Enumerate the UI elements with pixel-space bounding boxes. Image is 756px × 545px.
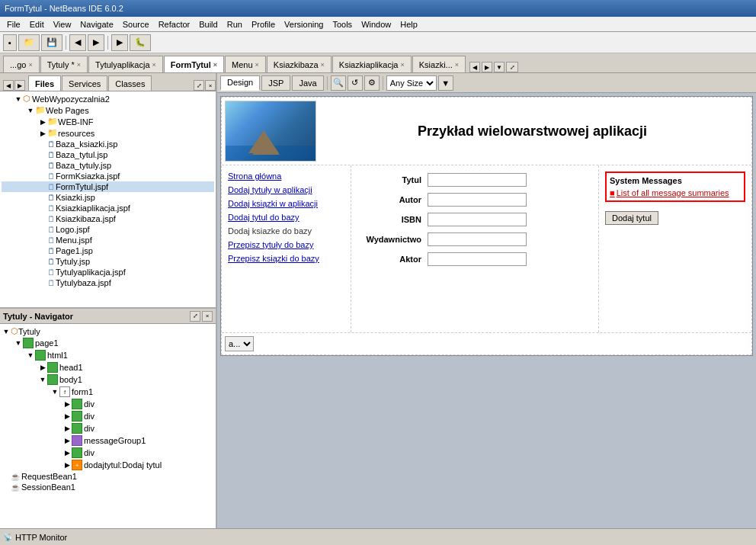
- menu-source[interactable]: Source: [119, 19, 153, 30]
- sidebar-link-przepisz-tytuly[interactable]: Przepisz tytuły do bazy: [228, 240, 344, 249]
- nav-node-tytuly[interactable]: ▼ ⬡ Tytuly: [2, 325, 214, 337]
- nav-expand-div1[interactable]: ▶: [62, 400, 72, 408]
- tree-node-page1[interactable]: ▶ 🗒 Page1.jsp: [2, 245, 214, 256]
- tab-ksiazki-more-close[interactable]: ×: [455, 61, 459, 69]
- input-autor[interactable]: [428, 193, 527, 207]
- app-dropdown[interactable]: a...: [225, 336, 254, 351]
- tree-node-webinf[interactable]: ▶ 📁 WEB-INF: [2, 116, 214, 127]
- nav-expand-body1[interactable]: ▼: [38, 376, 47, 383]
- nav-expand-messagegroup1[interactable]: ▶: [62, 437, 72, 444]
- tree-node-ksiazkibaza[interactable]: ▶ 🗒 Ksiazkibaza.jspf: [2, 213, 214, 224]
- design-icon-1[interactable]: 🔍: [331, 75, 346, 91]
- tree-node-ksiazki[interactable]: ▶ 🗒 Ksiazki.jsp: [2, 192, 214, 203]
- panel-maximize[interactable]: ⤢: [194, 80, 204, 91]
- nav-node-page1[interactable]: ▼ page1: [2, 337, 214, 349]
- tab-menu-close[interactable]: ×: [255, 61, 259, 69]
- tab-go[interactable]: ...go ×: [3, 56, 40, 72]
- expand-project[interactable]: ▼: [14, 95, 23, 103]
- tree-node-formtytul[interactable]: ▶ 🗒 FormTytul.jspf: [2, 181, 214, 192]
- menu-view[interactable]: View: [50, 19, 75, 30]
- expand-resources[interactable]: ▶: [38, 130, 47, 137]
- tab-ksiazkiaplikacja-close[interactable]: ×: [400, 61, 404, 69]
- panel-tab-services[interactable]: Services: [62, 75, 107, 91]
- sidebar-link-dodaj-ksiazki-app[interactable]: Dodaj ksiązki w aplikacji: [228, 199, 344, 208]
- nav-expand-div4[interactable]: ▶: [62, 449, 72, 457]
- tab-formtytul[interactable]: FormTytul ×: [164, 56, 224, 72]
- nav-expand-form1[interactable]: ▼: [50, 388, 59, 396]
- tree-node-baza-tytuly[interactable]: ▶ 🗒 Baza_tytuly.jsp: [2, 160, 214, 171]
- nav-node-form1[interactable]: ▼ f form1: [2, 386, 214, 398]
- input-tytul[interactable]: [428, 173, 527, 187]
- add-tytul-btn[interactable]: Dodaj tytul: [605, 211, 658, 225]
- nav-expand-head1[interactable]: ▶: [38, 364, 47, 371]
- menu-run[interactable]: Run: [223, 19, 246, 30]
- toolbar-run-btn[interactable]: ▶: [111, 34, 128, 51]
- tree-node-project[interactable]: ▼ ⬡ WebWypozyczalnia2: [2, 93, 214, 104]
- tab-nav-right[interactable]: ▶: [482, 62, 492, 72]
- menu-tools[interactable]: Tools: [328, 19, 356, 30]
- tab-maximize[interactable]: ⤢: [506, 62, 518, 72]
- input-aktor[interactable]: [428, 252, 527, 266]
- tab-ksiazkiaplikacja[interactable]: Ksiazkiaplikacja ×: [332, 56, 412, 72]
- tree-node-tytuly[interactable]: ▶ 🗒 Tytuly.jsp: [2, 256, 214, 267]
- sidebar-link-dodaj-ksiazke-bazy[interactable]: Dodaj ksiazke do bazy: [228, 226, 344, 236]
- tree-node-baza-ksiazki[interactable]: ▶ 🗒 Baza_ksiazki.jsp: [2, 139, 214, 149]
- nav-expand-page1[interactable]: ▼: [14, 339, 23, 347]
- toolbar-new-btn[interactable]: ▪: [3, 34, 17, 51]
- tree-node-tytulyaplikacja[interactable]: ▶ 🗒 Tytulyaplikacja.jspf: [2, 267, 214, 277]
- menu-refactor[interactable]: Refactor: [155, 19, 194, 30]
- panel-tab-files[interactable]: Files: [28, 75, 61, 91]
- tab-tytuly-close[interactable]: ×: [77, 61, 81, 69]
- design-btn-design[interactable]: Design: [220, 75, 260, 91]
- tree-node-menu[interactable]: ▶ 🗒 Menu.jspf: [2, 235, 214, 245]
- nav-node-div1[interactable]: ▶ div: [2, 398, 214, 410]
- sidebar-link-przepisz-ksiazki[interactable]: Przepisz ksiązki do bazy: [228, 254, 344, 263]
- tab-tytulyaplikacja-close[interactable]: ×: [152, 61, 156, 69]
- sidebar-link-dodaj-tytuły[interactable]: Dodaj tytuły w aplikacji: [228, 185, 344, 194]
- nav-node-requestbean[interactable]: ▶ ☕ RequestBean1: [2, 471, 214, 482]
- tab-go-close[interactable]: ×: [28, 61, 32, 69]
- tab-nav-down[interactable]: ▼: [494, 62, 505, 72]
- tree-node-baza-tytul[interactable]: ▶ 🗒 Baza_tytul.jsp: [2, 149, 214, 160]
- design-btn-java[interactable]: Java: [292, 75, 323, 91]
- menu-window[interactable]: Window: [357, 19, 395, 30]
- design-icon-3[interactable]: ⚙: [364, 75, 380, 91]
- menu-profile[interactable]: Profile: [248, 19, 279, 30]
- nav-node-sessionbean[interactable]: ▶ ☕ SessionBean1: [2, 482, 214, 492]
- expand-webinf[interactable]: ▶: [38, 118, 47, 126]
- input-isbn[interactable]: [428, 213, 527, 226]
- design-dropdown-btn[interactable]: ▼: [438, 75, 453, 91]
- toolbar-debug-btn[interactable]: 🐛: [130, 34, 151, 51]
- nav-node-html1[interactable]: ▼ html1: [2, 349, 214, 361]
- navigator-maximize[interactable]: ⤢: [190, 311, 200, 322]
- menu-edit[interactable]: Edit: [26, 19, 48, 30]
- nav-node-dodajtytul[interactable]: ▶ + dodajtytul:Dodaj tytul: [2, 459, 214, 471]
- tab-ksiazkibaza-close[interactable]: ×: [321, 61, 325, 69]
- tab-ksiazkibaza[interactable]: Ksiazkibaza ×: [267, 56, 332, 72]
- menu-versioning[interactable]: Versioning: [280, 19, 327, 30]
- toolbar-back-btn[interactable]: ◀: [69, 34, 86, 51]
- size-select[interactable]: Any Size: [386, 75, 437, 91]
- navigator-close[interactable]: ×: [202, 311, 213, 322]
- tab-formtytul-close[interactable]: ×: [213, 61, 217, 69]
- tree-node-logo[interactable]: ▶ 🗒 Logo.jspf: [2, 224, 214, 235]
- menu-file[interactable]: File: [3, 19, 24, 30]
- nav-expand-div3[interactable]: ▶: [62, 425, 72, 432]
- tab-nav-left[interactable]: ◀: [469, 62, 480, 72]
- tree-node-ksiazkiaplikacja[interactable]: ▶ 🗒 Ksiazkiaplikacja.jspf: [2, 203, 214, 213]
- nav-node-messagegroup1[interactable]: ▶ messageGroup1: [2, 434, 214, 447]
- tab-ksiazki-more[interactable]: Ksiazki... ×: [412, 56, 466, 72]
- nav-expand-html1[interactable]: ▼: [26, 351, 35, 359]
- toolbar-fwd-btn[interactable]: ▶: [88, 34, 104, 51]
- nav-expand-tytuly[interactable]: ▼: [2, 328, 11, 335]
- nav-node-div4[interactable]: ▶ div: [2, 447, 214, 459]
- panel-close[interactable]: ×: [205, 80, 216, 91]
- menu-build[interactable]: Build: [195, 19, 221, 30]
- toolbar-save-btn[interactable]: 💾: [41, 34, 62, 51]
- nav-node-div3[interactable]: ▶ div: [2, 422, 214, 434]
- nav-node-head1[interactable]: ▶ head1: [2, 361, 214, 373]
- toolbar-open-btn[interactable]: 📁: [18, 34, 40, 51]
- panel-nav-right[interactable]: ▶: [14, 80, 25, 91]
- tree-node-formksiazka[interactable]: ▶ 🗒 FormKsiazka.jspf: [2, 171, 214, 181]
- sidebar-link-dodaj-tytul-bazy[interactable]: Dodaj tytul do bazy: [228, 213, 344, 222]
